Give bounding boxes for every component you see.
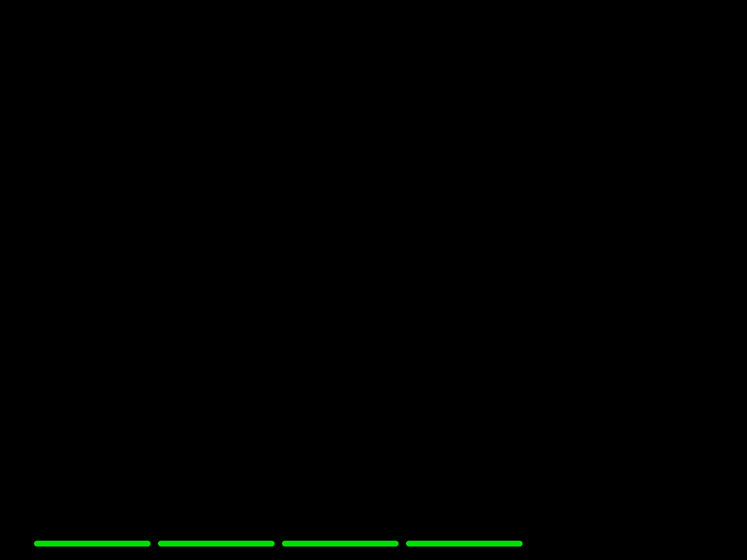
score-time xyxy=(7,533,23,555)
definition-button[interactable] xyxy=(406,541,523,547)
bottom-bar xyxy=(0,527,747,560)
extra-letter-button[interactable] xyxy=(282,541,399,547)
crossword-main xyxy=(0,0,613,529)
menu-button[interactable] xyxy=(34,541,151,547)
matches-button[interactable] xyxy=(158,541,275,547)
keyboard-area xyxy=(634,0,747,529)
